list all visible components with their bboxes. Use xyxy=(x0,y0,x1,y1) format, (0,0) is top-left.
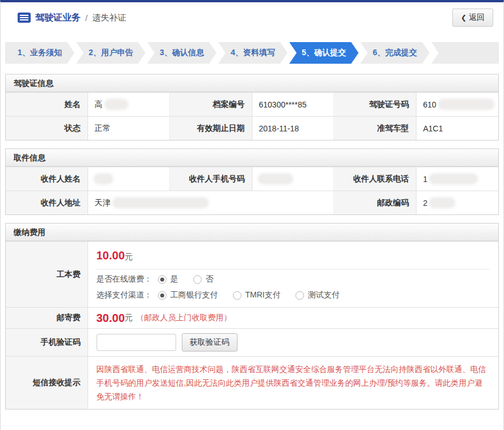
page-title: 驾驶证业务 xyxy=(35,12,81,24)
license-number-value: 610 xyxy=(416,93,499,116)
radio-online-no[interactable]: 否 xyxy=(193,274,214,284)
back-button-label: 返回 xyxy=(469,13,485,23)
recipient-address-label: 收件人地址 xyxy=(6,191,88,214)
production-fee-label: 工本费 xyxy=(6,242,88,307)
radio-online-no-label: 否 xyxy=(206,274,214,284)
table-row: 姓名 高 档案编号 610300****85 驾驶证号码 610 xyxy=(6,92,498,116)
list-icon xyxy=(18,13,31,23)
license-number-label: 驾驶证号码 xyxy=(334,93,416,116)
radio-icon xyxy=(158,275,166,284)
name-value: 高 xyxy=(88,93,170,116)
back-button[interactable]: ❮ 返回 xyxy=(452,9,493,27)
step-2-label: 2、用户申告 xyxy=(89,48,133,58)
radio-online-yes-label: 是 xyxy=(170,274,178,284)
postage-fee-label: 邮寄费 xyxy=(6,308,88,328)
redaction-blur xyxy=(106,100,127,109)
postcode-value: 2 xyxy=(416,191,499,214)
sms-notice-label: 短信接收提示 xyxy=(6,357,88,409)
redaction-blur xyxy=(259,175,292,183)
postage-fee-row: 邮寄费 30.00元 （邮政人员上门收取费用） xyxy=(6,307,498,328)
recipient-mobile-value xyxy=(252,167,335,191)
production-fee-amount: 10.00 xyxy=(97,249,125,262)
sms-notice-row: 短信接收提示 因陕西省联通、电信运营商技术问题，陕西省互联网交通安全综合服务管理… xyxy=(6,356,498,409)
get-captcha-button[interactable]: 获取验证码 xyxy=(182,333,238,352)
postcode-label: 邮政编码 xyxy=(334,191,416,214)
radio-channel-icbc-label: 工商银行支付 xyxy=(170,290,218,300)
status-value: 正常 xyxy=(88,117,170,140)
postage-fee-unit: 元 xyxy=(125,313,133,323)
table-row: 状态 正常 有效期止日期 2018-11-18 准驾车型 A1C1 xyxy=(6,116,498,140)
step-5[interactable]: 5、确认提交 xyxy=(289,42,359,64)
postage-fee-note: （邮政人员上门收取费用） xyxy=(136,313,232,323)
pickup-section-title: 取件信息 xyxy=(6,149,498,167)
redaction-blur xyxy=(430,175,477,183)
step-6[interactable]: 6、完成提交 xyxy=(360,42,430,64)
radio-channel-test[interactable]: 测试支付 xyxy=(295,290,340,300)
radio-icon xyxy=(295,291,304,300)
step-3[interactable]: 3、确认信息 xyxy=(147,42,216,64)
step-bar-filler xyxy=(431,42,499,64)
recipient-mobile-label: 收件人手机号码 xyxy=(170,167,252,191)
page-subtitle: 遗失补证 xyxy=(92,13,126,23)
step-2[interactable]: 2、用户申告 xyxy=(76,42,145,64)
radio-icon xyxy=(158,291,166,300)
redaction-blur xyxy=(430,199,454,207)
online-payment-question: 是否在线缴费： 是 否 xyxy=(97,270,490,286)
payment-channel-question: 选择支付渠道： 工商银行支付 TMRI支付 测试支付 xyxy=(97,286,490,307)
sms-notice-text: 因陕西省联通、电信运营商技术问题，陕西省互联网交通安全综合服务管理平台无法向持陕… xyxy=(97,357,490,409)
redaction-blur xyxy=(95,175,112,183)
step-4[interactable]: 4、资料填写 xyxy=(218,42,288,64)
step-6-label: 6、完成提交 xyxy=(373,48,417,58)
step-3-label: 3、确认信息 xyxy=(160,48,204,58)
breadcrumb: 驾驶证业务 / 遗失补证 xyxy=(18,12,452,24)
fees-section: 缴纳费用 工本费 10.00元 是否在线缴费： 是 否 xyxy=(5,223,499,410)
status-label: 状态 xyxy=(6,117,88,140)
online-payment-label: 是否在线缴费： xyxy=(97,274,152,284)
radio-channel-tmri[interactable]: TMRI支付 xyxy=(233,290,281,300)
captcha-content: 获取验证码 xyxy=(88,329,499,356)
postage-fee-amount: 30.00 xyxy=(97,312,125,325)
sms-notice-content: 因陕西省联通、电信运营商技术问题，陕西省互联网交通安全综合服务管理平台无法向持陕… xyxy=(88,357,499,409)
captcha-row: 手机验证码 获取验证码 xyxy=(6,328,498,356)
radio-channel-icbc[interactable]: 工商银行支付 xyxy=(158,290,218,300)
recipient-name-value xyxy=(88,167,170,191)
step-4-label: 4、资料填写 xyxy=(231,48,275,58)
table-row: 收件人姓名 收件人手机号码 收件人联系电话 1 xyxy=(6,167,498,191)
payment-channel-label: 选择支付渠道： xyxy=(97,290,152,300)
postage-fee-content: 30.00元 （邮政人员上门收取费用） xyxy=(88,308,499,328)
page-panel: 驾驶证业务 / 遗失补证 ❮ 返回 1、业务须知 2、用户申告 3、确认信息 4… xyxy=(0,0,504,430)
production-fee-amount-line: 10.00元 xyxy=(97,242,490,269)
fees-section-title: 缴纳费用 xyxy=(6,224,498,241)
captcha-label: 手机验证码 xyxy=(6,329,88,356)
vehicle-class-value: A1C1 xyxy=(416,117,499,140)
topbar: 驾驶证业务 / 遗失补证 ❮ 返回 xyxy=(1,2,503,33)
radio-channel-test-label: 测试支付 xyxy=(308,290,340,300)
license-info-section: 驾驶证信息 姓名 高 档案编号 610300****85 驾驶证号码 610 状… xyxy=(5,74,499,140)
step-1[interactable]: 1、业务须知 xyxy=(5,42,74,64)
chevron-left-icon: ❮ xyxy=(461,14,466,22)
radio-channel-tmri-label: TMRI支付 xyxy=(245,290,281,300)
redaction-blur xyxy=(439,100,493,109)
vehicle-class-label: 准驾车型 xyxy=(334,117,416,140)
expiry-date-label: 有效期止日期 xyxy=(170,117,252,140)
expiry-date-value: 2018-11-18 xyxy=(252,117,335,140)
production-fee-unit: 元 xyxy=(125,252,133,261)
production-fee-row: 工本费 10.00元 是否在线缴费： 是 否 xyxy=(6,241,498,307)
step-wizard: 1、业务须知 2、用户申告 3、确认信息 4、资料填写 5、确认提交 6、完成提… xyxy=(5,42,499,64)
radio-icon xyxy=(193,275,202,284)
radio-online-yes[interactable]: 是 xyxy=(158,274,178,284)
license-section-title: 驾驶证信息 xyxy=(6,75,498,92)
breadcrumb-separator: / xyxy=(85,13,88,23)
pickup-info-section: 取件信息 收件人姓名 收件人手机号码 收件人联系电话 1 收件人地址 天津 邮政… xyxy=(5,148,499,215)
step-5-label: 5、确认提交 xyxy=(302,48,346,58)
step-1-label: 1、业务须知 xyxy=(18,48,62,58)
production-fee-content: 10.00元 是否在线缴费： 是 否 选择支付渠道： xyxy=(88,242,499,307)
recipient-phone-label: 收件人联系电话 xyxy=(334,167,416,191)
recipient-name-label: 收件人姓名 xyxy=(6,167,88,191)
captcha-input[interactable] xyxy=(97,334,176,351)
name-label: 姓名 xyxy=(6,93,88,116)
footer-actions: 上一步 完成 xyxy=(1,417,503,430)
file-number-label: 档案编号 xyxy=(170,93,252,116)
recipient-phone-value: 1 xyxy=(416,167,499,191)
radio-icon xyxy=(233,291,241,300)
